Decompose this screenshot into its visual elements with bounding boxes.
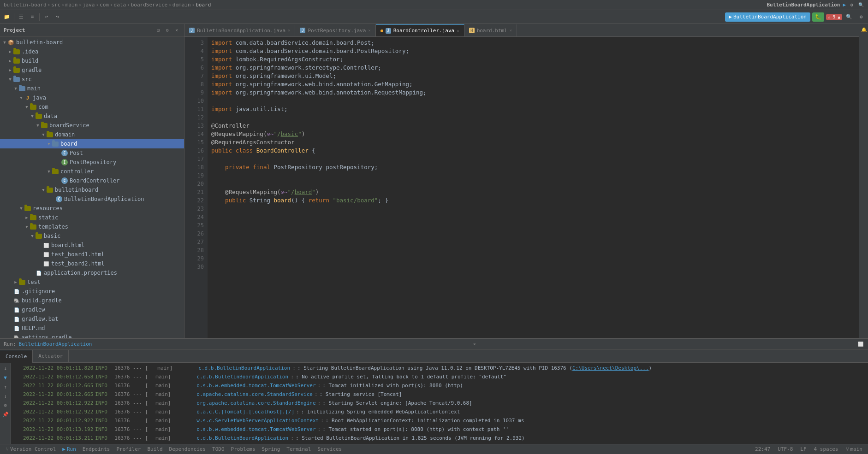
settings-run-button[interactable]: ⚙ (2, 401, 9, 409)
search-everywhere-button[interactable]: 🔍 (844, 12, 854, 22)
tree-item-boardservice[interactable]: ▼ boardService (0, 121, 184, 130)
run-button[interactable]: ▶ BulletinBoardApplication (725, 12, 810, 22)
tab-board-html[interactable]: H board.html × (464, 24, 517, 36)
toolbar-separator (14, 13, 14, 21)
tree-item-bulletinboard[interactable]: ▼ bulletinboard (0, 185, 184, 195)
tree-item-board[interactable]: ▼ board (0, 139, 184, 148)
git-branch-indicator[interactable]: ⑂ main (844, 446, 865, 452)
debug-button[interactable]: 🐛 (812, 12, 824, 22)
expand-arrow: ▼ (46, 142, 52, 146)
tree-item-com[interactable]: ▼ com (0, 102, 184, 112)
pin-button[interactable]: 📌 (2, 411, 9, 418)
tree-item-src[interactable]: ▼ src (0, 75, 184, 84)
close-tab-button[interactable]: × (288, 28, 290, 33)
indent-indicator[interactable]: 4 spaces (812, 446, 840, 452)
tree-item-postrepository[interactable]: I PostRepository (0, 158, 184, 167)
encoding-indicator[interactable]: UTF-8 (776, 446, 795, 452)
tree-item-post[interactable]: C Post (0, 148, 184, 158)
line-ending-indicator[interactable]: LF (798, 446, 808, 452)
endpoints-button[interactable]: Endpoints (81, 446, 112, 452)
gradle-icon: 🐘 (13, 334, 20, 338)
tree-item-idea[interactable]: ▶ .idea (0, 47, 184, 56)
version-control-button[interactable]: ⑂ Version Control (4, 446, 58, 452)
tree-item-gradle[interactable]: ▶ gradle (0, 65, 184, 75)
tree-item-test-board2[interactable]: ⬜ test_board2.html (0, 259, 184, 268)
close-tab-button[interactable]: × (457, 29, 459, 33)
folder-icon (13, 48, 20, 55)
log-level: INFO (95, 382, 113, 389)
close-run-panel-button[interactable]: × (473, 342, 476, 347)
services-button[interactable]: Services (315, 446, 344, 452)
up-button[interactable]: ↑ (2, 383, 9, 390)
folder-icon (46, 186, 54, 194)
log-logger: o.s.b.w.embedded.tomcat.TomcatWebServer (196, 425, 315, 433)
close-tab-button[interactable]: × (368, 28, 370, 33)
expand-panel-button[interactable]: ⬜ (857, 341, 864, 348)
notifications-button[interactable]: 🔔 (860, 26, 868, 33)
search-icon[interactable]: 🔍 (858, 2, 864, 8)
tree-item-board-html[interactable]: ⬜ board.html (0, 241, 184, 250)
git-icon: ⑂ (846, 446, 849, 452)
tree-item-build-gradle[interactable]: 🐘 build.gradle (0, 296, 184, 305)
filter-button[interactable]: ▼ (2, 374, 9, 381)
problems-button[interactable]: Problems (229, 446, 257, 452)
tab-console[interactable]: Console (0, 350, 33, 363)
expand-arrow: ▼ (24, 224, 30, 229)
tree-item-basic[interactable]: ▼ basic (0, 231, 184, 241)
tree-item-templates[interactable]: ▼ templates (0, 222, 184, 231)
undo-button[interactable]: ↩ (42, 12, 52, 22)
spring-button[interactable]: Spring (260, 446, 282, 452)
tree-item-bulletinboardapp[interactable]: C BulletinBoardApplication (0, 195, 184, 204)
tree-item-resources[interactable]: ▼ resources (0, 204, 184, 213)
down-button[interactable]: ↓ (2, 392, 9, 400)
tree-item-gitignore[interactable]: 📄 .gitignore (0, 287, 184, 296)
project-view-button[interactable]: 📁 (2, 12, 12, 22)
terminal-button[interactable]: Terminal (285, 446, 313, 452)
tree-item-domain[interactable]: ▼ domain (0, 130, 184, 139)
tab-bulletin-board-application[interactable]: J BulletinBoardApplication.java × (184, 24, 295, 36)
collapse-all-button[interactable]: ⊟ (155, 27, 162, 34)
toolbar-separator (39, 13, 40, 21)
tree-item-static[interactable]: ▶ static (0, 213, 184, 222)
scroll-to-end-button[interactable]: ↓ (2, 365, 9, 372)
structure-button[interactable]: ≡ (27, 12, 37, 22)
log-thread: main] (157, 364, 196, 372)
close-tab-button[interactable]: × (510, 28, 512, 33)
spring-label: Spring (262, 446, 280, 452)
tree-item-main[interactable]: ▼ main (0, 84, 184, 93)
settings-button[interactable]: ⚙ (856, 12, 866, 22)
tab-actuator[interactable]: Actuator (33, 350, 69, 363)
tree-item-gradlew-bat[interactable]: 📄 gradlew.bat (0, 314, 184, 324)
log-area: 2022-11-22 00:01:11.820 INFO 16376 --- [… (11, 363, 868, 444)
code-content[interactable]: import com.data.boardService.domain.boar… (208, 37, 859, 338)
tree-item-gradlew[interactable]: 📄 gradlew (0, 305, 184, 314)
tree-item-test-board1[interactable]: ⬜ test_board1.html (0, 250, 184, 259)
tree-item-app-properties[interactable]: 📄 application.properties (0, 268, 184, 277)
log-message: : Initializing Spring embedded WebApplic… (301, 408, 864, 416)
tree-item-controller[interactable]: ▼ controller (0, 167, 184, 176)
log-message: : Starting service [Tomcat] (320, 390, 864, 398)
tree-item-boardcontroller[interactable]: C BoardController (0, 176, 184, 185)
tree-item-bulletin-board[interactable]: ▼ 📦 bulletin-board (0, 38, 184, 47)
sidebar-close-button[interactable]: × (173, 27, 180, 34)
log-link[interactable]: C:\Users\nect\Desktop\... (572, 365, 649, 371)
sidebar-settings-button[interactable]: ⚙ (164, 27, 171, 34)
tree-item-java[interactable]: ▼ J java (0, 93, 184, 102)
tab-post-repository[interactable]: J PostRepository.java × (295, 24, 375, 36)
tree-item-test[interactable]: ▶ test (0, 277, 184, 287)
tree-item-settings-gradle[interactable]: 🐘 settings.gradle (0, 333, 184, 338)
dependencies-button[interactable]: Dependencies (167, 446, 208, 452)
tree-item-data[interactable]: ▼ data (0, 112, 184, 121)
todo-button[interactable]: TODO (210, 446, 226, 452)
tab-board-controller[interactable]: J BoardController.java × (376, 24, 464, 36)
tree-item-help[interactable]: 📄 HELP.md (0, 324, 184, 333)
line-col-indicator[interactable]: 22:47 (753, 446, 772, 452)
profiler-button[interactable]: Profiler (114, 446, 143, 452)
redo-button[interactable]: ↪ (53, 12, 63, 22)
tree-item-build[interactable]: ▶ build (0, 56, 184, 65)
log-timestamp: 2022-11-22 00:01:12.922 (23, 408, 93, 416)
settings-icon[interactable]: ⚙ (849, 2, 855, 8)
run-status-button[interactable]: ▶ Run (60, 446, 78, 452)
build-button[interactable]: Build (145, 446, 164, 452)
layout-button[interactable]: ☰ (16, 12, 26, 22)
